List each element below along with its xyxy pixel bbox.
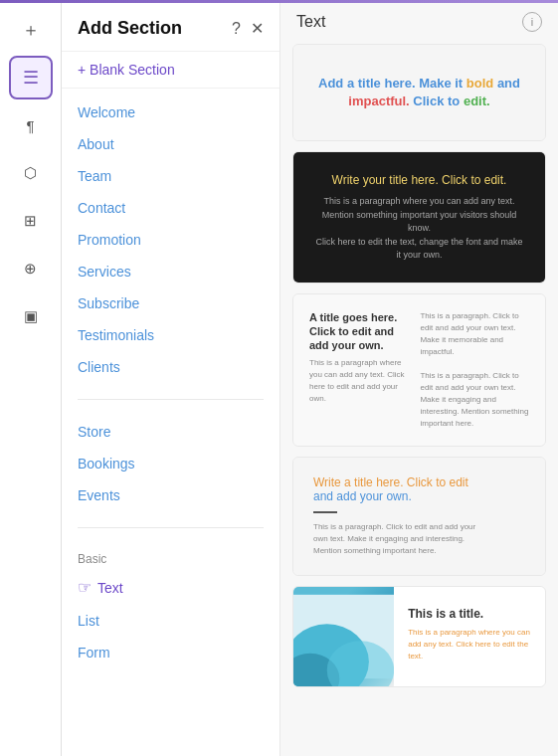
nav-section-top: Welcome About Team Contact Promotion Ser… (62, 89, 279, 391)
puzzle-icon[interactable]: ⊕ (9, 247, 53, 290)
nav-item-bookings[interactable]: Bookings (62, 448, 279, 479)
nav-item-store[interactable]: Store (62, 416, 279, 448)
media-icon[interactable]: ▣ (9, 294, 53, 338)
card2-content: Write your title here. Click to edit. Th… (293, 152, 545, 282)
template-card-3[interactable]: A title goes here. Click to edit and add… (292, 293, 546, 447)
nav-section-basic: Basic ☞ Text List Form (62, 536, 279, 676)
card5-text-content: This is a title. This is a paragraph whe… (394, 587, 545, 686)
card2-subtitle: This is a paragraph where you can add an… (313, 195, 525, 263)
nav-item-services[interactable]: Services (62, 256, 279, 287)
card3-left-body: This is a paragraph where you can add an… (309, 357, 408, 405)
sections-icon[interactable]: ☰ (9, 56, 53, 99)
cursor-icon: ☞ (78, 578, 92, 597)
panel-title: Add Section (78, 18, 182, 39)
card5-label: This is a title. (408, 607, 531, 621)
add-icon[interactable]: ＋ (9, 8, 53, 52)
nav-item-form[interactable]: Form (62, 637, 279, 668)
card3-right: This is a paragraph. Click to edit and a… (420, 310, 529, 430)
basic-label: Basic (62, 544, 279, 570)
nav-item-events[interactable]: Events (62, 479, 279, 511)
card4-title: Write a title here. Click to edit and ad… (313, 475, 525, 503)
close-icon[interactable]: ✕ (251, 19, 264, 38)
card5-image (293, 587, 394, 686)
section-title: Text (296, 13, 325, 31)
nav-item-about[interactable]: About (62, 128, 279, 160)
card3-left-title: A title goes here. Click to edit and add… (309, 310, 408, 353)
nav-section-mid: Store Bookings Events (62, 408, 279, 519)
nav-item-promotion[interactable]: Promotion (62, 224, 279, 256)
section-header: Text i (292, 12, 546, 32)
card2-title: Write your title here. Click to edit. (313, 172, 525, 189)
template-card-4[interactable]: Write a title here. Click to edit and ad… (292, 457, 546, 576)
paint-icon[interactable]: ⬡ (9, 151, 53, 195)
card5-body: This is a paragraph where you can add an… (408, 627, 531, 662)
card5-content: This is a title. This is a paragraph whe… (293, 587, 545, 686)
nav-item-text[interactable]: ☞ Text (62, 570, 279, 605)
card4-content: Write a title here. Click to edit and ad… (293, 458, 545, 575)
icon-toolbar: ＋ ☰ ¶ ⬡ ⊞ ⊕ ▣ (0, 0, 62, 756)
card1-title: Add a title here. Make it bold and impac… (313, 75, 525, 110)
nav-item-contact[interactable]: Contact (62, 192, 279, 224)
panel-header: Add Section ? ✕ (62, 0, 279, 52)
card3-left: A title goes here. Click to edit and add… (309, 310, 408, 430)
card3-content: A title goes here. Click to edit and add… (293, 294, 545, 446)
blank-section-label: + Blank Section (78, 62, 175, 78)
text-nav-label: Text (97, 580, 123, 596)
template-card-2[interactable]: Write your title here. Click to edit. Th… (292, 151, 546, 283)
card1-content: Add a title here. Make it bold and impac… (293, 45, 545, 140)
panel-header-icons: ? ✕ (232, 19, 264, 38)
help-icon[interactable]: ? (232, 20, 241, 38)
nav-item-subscribe[interactable]: Subscribe (62, 287, 279, 319)
nav-item-list[interactable]: List (62, 605, 279, 637)
card5-shape-svg (293, 587, 394, 686)
card4-body: This is a paragraph. Click to edit and a… (313, 521, 482, 557)
side-panel: Add Section ? ✕ + Blank Section Welcome … (62, 0, 280, 756)
template-card-5[interactable]: This is a title. This is a paragraph whe… (292, 586, 546, 687)
nav-item-team[interactable]: Team (62, 160, 279, 192)
nav-item-clients[interactable]: Clients (62, 351, 279, 383)
progress-bar (0, 0, 558, 3)
nav-divider-2 (78, 527, 264, 528)
nav-item-testimonials[interactable]: Testimonials (62, 319, 279, 351)
apps-icon[interactable]: ⊞ (9, 199, 53, 243)
nav-item-welcome[interactable]: Welcome (62, 96, 279, 128)
card3-right-body: This is a paragraph. Click to edit and a… (420, 310, 529, 430)
nav-divider-1 (78, 399, 264, 400)
info-icon[interactable]: i (522, 12, 542, 32)
main-content: Text i Add a title here. Make it bold an… (280, 0, 558, 756)
text-icon[interactable]: ¶ (9, 103, 53, 147)
template-card-1[interactable]: Add a title here. Make it bold and impac… (292, 44, 546, 141)
card4-divider (313, 511, 337, 513)
blank-section-button[interactable]: + Blank Section (62, 52, 279, 89)
